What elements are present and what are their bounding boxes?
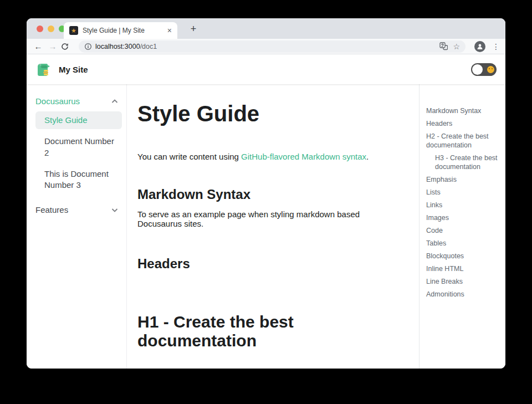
chevron-up-icon xyxy=(111,98,119,105)
reload-icon xyxy=(61,43,69,50)
toggle-knob xyxy=(472,64,483,75)
minimize-window-button[interactable] xyxy=(48,25,54,32)
tab-strip: ★ Style Guide | My Site × + xyxy=(27,18,505,39)
tab-close-icon[interactable]: × xyxy=(167,26,172,35)
sidebar-item-style-guide[interactable]: Style Guide xyxy=(35,111,122,129)
address-bar[interactable]: localhost:3000/doc1 ☆ xyxy=(79,40,466,53)
sidebar-item-document-2[interactable]: Document Number 2 xyxy=(35,132,122,162)
site-logo[interactable] xyxy=(35,60,53,78)
toc-item[interactable]: Code xyxy=(426,226,501,235)
toc-item[interactable]: Blockquotes xyxy=(426,252,501,260)
info-icon[interactable] xyxy=(84,43,92,50)
browser-menu-icon[interactable]: ⋮ xyxy=(492,42,500,51)
intro-suffix: . xyxy=(366,152,369,161)
markdown-syntax-link[interactable]: GitHub-flavored Markdown syntax xyxy=(241,152,366,161)
sidebar-category-docusaurus[interactable]: Docusaurus xyxy=(35,94,122,108)
toc-item[interactable]: Markdown Syntax xyxy=(426,106,501,115)
browser-tab[interactable]: ★ Style Guide | My Site × xyxy=(64,22,177,39)
sidebar-category-features[interactable]: Features xyxy=(35,203,122,217)
desktop-background: ★ Style Guide | My Site × + ← → xyxy=(0,0,532,404)
profile-avatar[interactable] xyxy=(474,41,485,52)
doc-layout: Docusaurus Style Guide Document Number 2… xyxy=(27,84,505,369)
dark-mode-toggle[interactable] xyxy=(471,63,497,76)
back-button[interactable]: ← xyxy=(32,42,44,51)
browser-window: ★ Style Guide | My Site × + ← → xyxy=(27,18,505,369)
toc-item[interactable]: Admonitions xyxy=(426,290,501,299)
forward-button[interactable]: → xyxy=(47,42,59,51)
intro-paragraph: You can write content using GitHub-flavo… xyxy=(137,152,403,161)
toc-item[interactable]: Tables xyxy=(426,239,501,248)
toc-item[interactable]: H2 - Create the best documentation xyxy=(426,132,501,150)
sidebar-item-document-3[interactable]: This is Document Number 3 xyxy=(35,165,122,195)
reload-button[interactable] xyxy=(61,43,73,50)
translate-icon[interactable] xyxy=(439,42,448,50)
toc-item[interactable]: Links xyxy=(426,201,501,209)
page-content: My Site Docusaurus Style Guide xyxy=(27,54,505,369)
heading-headers: Headers xyxy=(137,256,403,272)
url-host: localhost:3000 xyxy=(95,43,140,50)
close-window-button[interactable] xyxy=(37,25,43,32)
traffic-lights xyxy=(37,25,65,32)
toc-item[interactable]: Emphasis xyxy=(426,175,501,184)
new-tab-button[interactable]: + xyxy=(186,22,201,37)
toc-item[interactable]: Line Breaks xyxy=(426,277,501,286)
category-label: Features xyxy=(35,205,68,214)
intro-prefix: You can write content using xyxy=(137,152,241,161)
toc-item[interactable]: H3 - Create the best documentation xyxy=(426,154,501,171)
toc-item[interactable]: Images xyxy=(426,213,501,222)
doc-main: Style Guide You can write content using … xyxy=(127,84,419,369)
toc-item[interactable]: Inline HTML xyxy=(426,264,501,273)
markdown-syntax-text: To serve as an example page when styling… xyxy=(137,209,403,228)
doc-sidebar: Docusaurus Style Guide Document Number 2… xyxy=(27,84,127,369)
toc-item[interactable]: Lists xyxy=(426,188,501,197)
bookmark-star-icon[interactable]: ☆ xyxy=(453,42,460,51)
table-of-contents: Markdown Syntax Headers H2 - Create the … xyxy=(419,84,505,369)
toc-item[interactable]: Headers xyxy=(426,119,501,128)
chevron-down-icon xyxy=(111,207,119,213)
site-navbar: My Site xyxy=(27,54,505,84)
url-text: localhost:3000/doc1 xyxy=(95,43,435,50)
demo-h1-heading: H1 - Create the best documentation xyxy=(137,313,403,350)
heading-markdown-syntax: Markdown Syntax xyxy=(137,187,403,202)
page-title: Style Guide xyxy=(137,101,403,126)
browser-toolbar: ← → localhost:3000/doc1 xyxy=(27,39,505,54)
site-title[interactable]: My Site xyxy=(59,65,88,74)
person-icon xyxy=(476,43,484,50)
url-path: /doc1 xyxy=(140,43,157,50)
category-label: Docusaurus xyxy=(35,96,80,106)
tab-title: Style Guide | My Site xyxy=(83,27,164,34)
sun-face-icon xyxy=(487,66,494,73)
favicon-star-icon: ★ xyxy=(69,26,78,35)
